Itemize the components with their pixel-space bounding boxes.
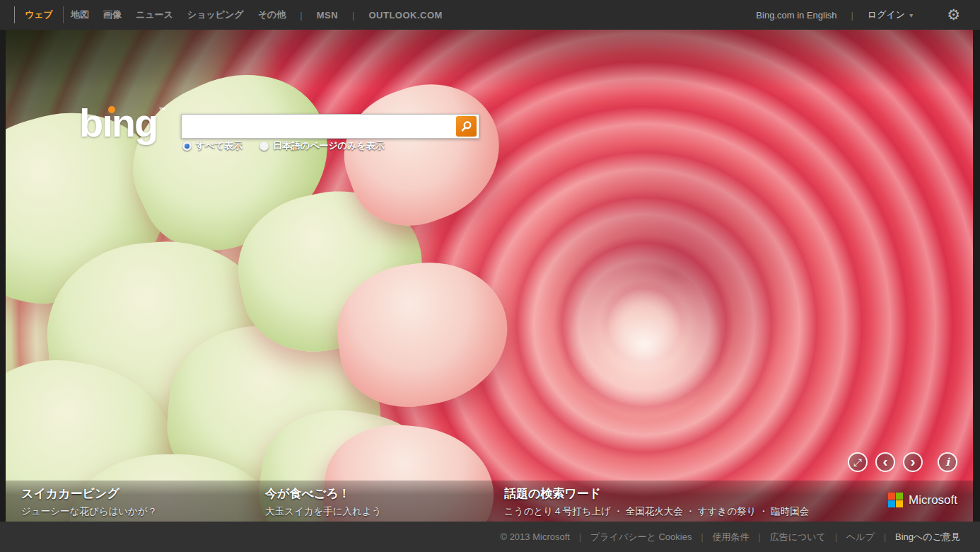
- caption-panel: 話題の検索ワード こうのとり４号打ち上げ ・ 全国花火大会 ・ すすきの祭り ・…: [504, 485, 809, 518]
- nav-separator: |: [352, 10, 354, 21]
- copyright-text: © 2013 Microsoft: [500, 531, 569, 542]
- bing-logo-text: bıng: [79, 100, 157, 145]
- radio-unselected-icon[interactable]: [259, 142, 269, 151]
- caption-title[interactable]: スイカカービング: [21, 485, 157, 502]
- caption-title[interactable]: 話題の検索ワード: [504, 485, 809, 502]
- login-link[interactable]: ログイン ▾: [868, 8, 913, 21]
- nav-tab-shopping[interactable]: ショッピング: [187, 8, 244, 21]
- caption-title[interactable]: 今が食べごろ！: [265, 485, 382, 502]
- top-nav: ウェブ 地図 画像 ニュース ショッピング その他 | MSN | OUTLOO…: [0, 0, 980, 30]
- caption-panel: 今が食べごろ！ 大玉スイカを手に入れよう: [265, 485, 382, 518]
- logo-i-dot: [108, 106, 115, 113]
- footer-separator: |: [759, 532, 761, 542]
- search-bar: [181, 114, 479, 139]
- previous-image-button[interactable]: ‹: [875, 452, 895, 472]
- microsoft-logo[interactable]: Microsoft: [888, 493, 957, 507]
- ms-square-blue: [888, 500, 895, 507]
- info-icon: i: [945, 457, 950, 468]
- nav-tab-more[interactable]: その他: [258, 8, 286, 21]
- footer-link-terms[interactable]: 使用条件: [713, 531, 749, 544]
- ms-square-red: [888, 493, 895, 500]
- search-icon: [460, 120, 473, 133]
- search-input[interactable]: [182, 115, 456, 138]
- filter-option-japanese-only-label: 日本語のページのみを表示: [273, 139, 385, 152]
- chevron-left-icon: ‹: [883, 454, 888, 468]
- hero-controls: ⤢ ‹ › i: [840, 452, 957, 472]
- bing-logo-tm: ™: [158, 106, 165, 114]
- login-label: ログイン: [868, 8, 905, 21]
- footer-separator: |: [835, 532, 837, 542]
- nav-tab-news[interactable]: ニュース: [136, 8, 173, 21]
- search-filters: すべて表示 日本語のページのみを表示: [182, 139, 385, 152]
- bing-logo[interactable]: bıng™: [79, 103, 164, 143]
- nav-separator: |: [300, 10, 302, 21]
- radio-selected-icon[interactable]: [182, 142, 192, 151]
- search-button[interactable]: [456, 116, 477, 137]
- footer-link-privacy[interactable]: プライバシーと Cookies: [590, 531, 692, 544]
- caption-panel: スイカカービング ジューシーな花びらはいかが？: [21, 485, 157, 518]
- caption-subtitle: ジューシーな花びらはいかが？: [21, 505, 157, 518]
- fullscreen-button[interactable]: ⤢: [848, 452, 868, 472]
- gear-icon[interactable]: ⚙: [947, 6, 960, 23]
- filter-option-all[interactable]: すべて表示: [182, 139, 243, 152]
- hero-image: bıng™ すべて表示 日本語のページのみを表示 ⤢ ‹: [6, 30, 973, 522]
- nav-tab-web[interactable]: ウェブ: [25, 8, 53, 21]
- filter-option-japanese-only[interactable]: 日本語のページのみを表示: [259, 139, 385, 152]
- filter-option-all-label: すべて表示: [196, 139, 243, 152]
- expand-icon: ⤢: [853, 457, 862, 468]
- nav-tab-images[interactable]: 画像: [103, 8, 122, 21]
- chevron-right-icon: ›: [911, 454, 916, 468]
- nav-divider: [63, 6, 64, 23]
- next-image-button[interactable]: ›: [903, 452, 923, 472]
- nav-link-english[interactable]: Bing.com in English: [756, 10, 836, 21]
- ms-square-green: [896, 493, 903, 500]
- image-info-button[interactable]: i: [938, 452, 957, 472]
- nav-tab-maps[interactable]: 地図: [71, 8, 89, 21]
- footer-separator: |: [701, 532, 703, 542]
- footer-link-advertise[interactable]: 広告について: [770, 531, 826, 544]
- footer: © 2013 Microsoft | プライバシーと Cookies | 使用条…: [0, 522, 980, 552]
- caption-subtitle: こうのとり４号打ち上げ ・ 全国花火大会 ・ すすきの祭り ・ 臨時国会: [504, 505, 809, 518]
- footer-link-help[interactable]: ヘルプ: [846, 531, 875, 544]
- footer-separator: |: [579, 532, 581, 542]
- microsoft-squares-icon: [888, 493, 903, 507]
- caption-subtitle: 大玉スイカを手に入れよう: [265, 505, 382, 518]
- chevron-down-icon: ▾: [909, 11, 913, 19]
- footer-link-feedback[interactable]: Bingへのご意見: [895, 531, 960, 544]
- nav-separator: |: [851, 10, 853, 21]
- ms-square-yellow: [896, 500, 903, 507]
- nav-link-outlook[interactable]: OUTLOOK.COM: [368, 10, 442, 21]
- caption-strip: スイカカービング ジューシーな花びらはいかが？ 今が食べごろ！ 大玉スイカを手に…: [6, 481, 973, 522]
- nav-active-divider: [14, 6, 15, 23]
- nav-left-group: ウェブ 地図 画像 ニュース ショッピング その他 | MSN | OUTLOO…: [14, 6, 450, 23]
- nav-right-group: Bing.com in English | ログイン ▾ ⚙: [749, 6, 960, 23]
- microsoft-wordmark: Microsoft: [909, 493, 957, 507]
- footer-separator: |: [884, 532, 886, 542]
- nav-link-msn[interactable]: MSN: [317, 10, 338, 21]
